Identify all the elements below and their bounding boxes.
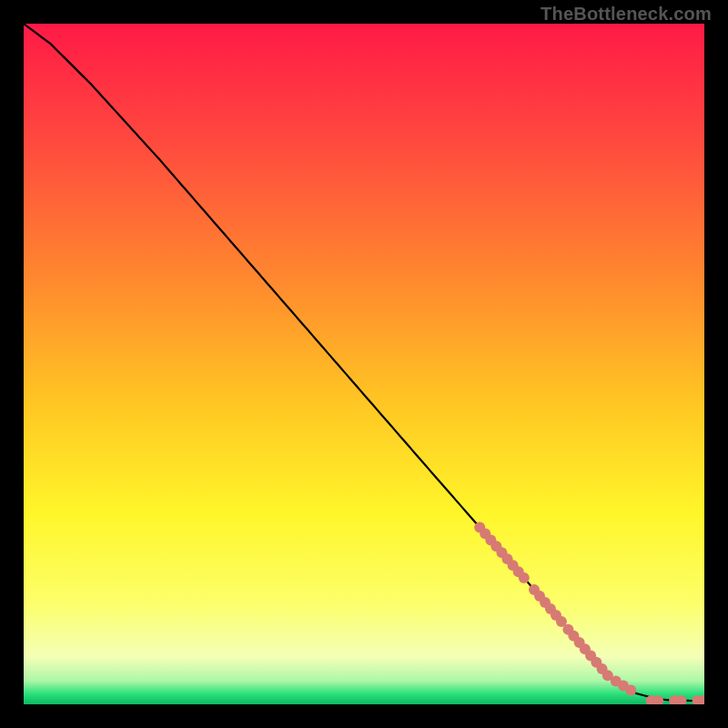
data-dot	[625, 684, 636, 695]
chart-svg	[24, 24, 704, 704]
chart-background	[24, 24, 704, 704]
watermark-text: TheBottleneck.com	[541, 4, 712, 25]
chart-frame	[24, 24, 704, 704]
data-dot	[519, 572, 530, 583]
